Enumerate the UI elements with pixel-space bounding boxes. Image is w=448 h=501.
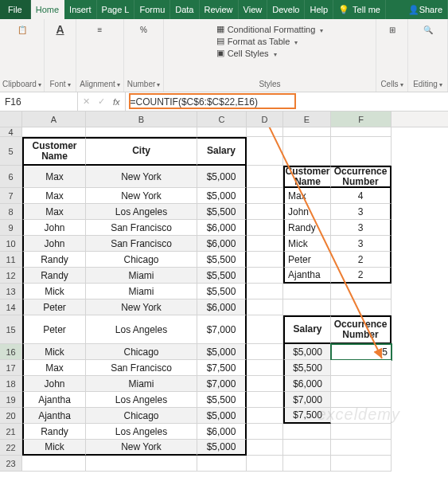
row-header-9[interactable]: 9 bbox=[0, 220, 22, 236]
cell[interactable]: John bbox=[22, 236, 86, 252]
row-header-6[interactable]: 6 bbox=[0, 166, 22, 188]
cell[interactable] bbox=[247, 440, 283, 456]
cell[interactable]: Chicago bbox=[86, 408, 197, 424]
cells-label[interactable]: Cells bbox=[380, 80, 403, 90]
cell[interactable]: Chicago bbox=[86, 344, 197, 360]
cell[interactable]: Mick bbox=[22, 344, 86, 360]
cell[interactable]: $5,000 bbox=[197, 408, 247, 424]
row-header-11[interactable]: 11 bbox=[0, 252, 22, 268]
col-C[interactable]: C bbox=[197, 112, 247, 127]
row-header-20[interactable]: 20 bbox=[0, 408, 22, 424]
cell[interactable] bbox=[247, 408, 283, 424]
row-header-17[interactable]: 17 bbox=[0, 360, 22, 376]
cell[interactable] bbox=[247, 188, 283, 204]
cell[interactable]: New York bbox=[86, 440, 197, 456]
cell[interactable]: Miami bbox=[86, 376, 197, 392]
row-header-14[interactable]: 14 bbox=[0, 299, 22, 315]
cell[interactable] bbox=[247, 456, 283, 472]
cell[interactable]: Los Angeles bbox=[86, 204, 197, 220]
cancel-icon[interactable]: ✕ bbox=[83, 96, 90, 107]
cell[interactable] bbox=[247, 315, 283, 344]
col-B[interactable]: B bbox=[86, 112, 197, 127]
cell[interactable]: $5,000 bbox=[197, 344, 247, 360]
row-header-4[interactable]: 4 bbox=[0, 127, 22, 137]
row-header-21[interactable]: 21 bbox=[0, 424, 22, 440]
cell[interactable] bbox=[247, 424, 283, 440]
cell[interactable]: San Francisco bbox=[86, 236, 197, 252]
tab-review[interactable]: Review bbox=[200, 0, 239, 19]
cell[interactable]: Salary bbox=[197, 137, 247, 166]
editing-button[interactable]: 🔍 bbox=[419, 21, 437, 40]
cell[interactable]: Miami bbox=[86, 284, 197, 299]
cell[interactable] bbox=[247, 299, 283, 315]
enter-icon[interactable]: ✓ bbox=[98, 96, 105, 107]
cell[interactable]: Max bbox=[22, 188, 86, 204]
cell[interactable]: Peter bbox=[22, 299, 86, 315]
alignment-label[interactable]: Alignment bbox=[80, 80, 119, 90]
cell[interactable] bbox=[197, 127, 247, 137]
cell[interactable]: $5,000 bbox=[283, 344, 331, 360]
cell[interactable]: $7,500 bbox=[283, 408, 331, 424]
cell[interactable]: $7,500 bbox=[197, 360, 247, 376]
cell[interactable]: Los Angeles bbox=[86, 315, 197, 344]
cell[interactable]: Occurrence Number bbox=[331, 315, 392, 344]
cell[interactable] bbox=[331, 440, 392, 456]
row-header-18[interactable]: 18 bbox=[0, 376, 22, 392]
cell[interactable] bbox=[331, 127, 392, 137]
cell[interactable]: Mick bbox=[22, 440, 86, 456]
name-box[interactable]: F16 bbox=[0, 92, 78, 111]
font-label[interactable]: Font bbox=[49, 80, 70, 90]
cell[interactable]: Peter bbox=[22, 315, 86, 344]
tab-help[interactable]: Help bbox=[305, 0, 333, 19]
cell[interactable]: John bbox=[22, 376, 86, 392]
cell[interactable] bbox=[331, 424, 392, 440]
cell[interactable]: San Francisco bbox=[86, 360, 197, 376]
row-header-8[interactable]: 8 bbox=[0, 204, 22, 220]
cell[interactable]: Randy bbox=[22, 252, 86, 268]
tab-data[interactable]: Data bbox=[170, 0, 199, 19]
cell[interactable]: $5,500 bbox=[197, 204, 247, 220]
share-button[interactable]: 👤 Share bbox=[403, 0, 448, 19]
select-all-corner[interactable] bbox=[0, 112, 22, 127]
tab-view[interactable]: View bbox=[239, 0, 268, 19]
cell[interactable]: Peter bbox=[283, 252, 331, 268]
cell[interactable]: Max bbox=[22, 204, 86, 220]
cell[interactable]: New York bbox=[86, 299, 197, 315]
cell[interactable]: $5,500 bbox=[197, 392, 247, 408]
col-F[interactable]: F bbox=[331, 112, 392, 127]
tell-me[interactable]: 💡Tell me bbox=[333, 0, 386, 19]
clipboard-label[interactable]: Clipboard bbox=[2, 80, 41, 90]
cell[interactable] bbox=[247, 376, 283, 392]
cell[interactable]: 4 bbox=[331, 188, 392, 204]
cell[interactable]: Mick bbox=[22, 284, 86, 299]
cell[interactable]: $6,000 bbox=[197, 424, 247, 440]
cell[interactable] bbox=[247, 127, 283, 137]
cell[interactable] bbox=[247, 360, 283, 376]
row-header-10[interactable]: 10 bbox=[0, 236, 22, 252]
editing-label[interactable]: Editing bbox=[413, 80, 442, 90]
cell[interactable]: $6,000 bbox=[197, 299, 247, 315]
cell[interactable]: Customer Name bbox=[22, 137, 86, 166]
row-header-15[interactable]: 15 bbox=[0, 315, 22, 344]
cell[interactable] bbox=[331, 376, 392, 392]
tab-developer[interactable]: Develo bbox=[267, 0, 305, 19]
number-button[interactable]: % bbox=[135, 21, 153, 40]
cell[interactable] bbox=[283, 299, 331, 315]
cell[interactable]: $6,000 bbox=[197, 220, 247, 236]
cell[interactable] bbox=[331, 284, 392, 299]
cell[interactable]: New York bbox=[86, 166, 197, 188]
cell[interactable] bbox=[283, 284, 331, 299]
cell[interactable]: $7,000 bbox=[283, 392, 331, 408]
cell[interactable]: 3 bbox=[331, 204, 392, 220]
cell[interactable] bbox=[197, 456, 247, 472]
row-header-23[interactable]: 23 bbox=[0, 456, 22, 472]
cell[interactable]: $5,000 bbox=[197, 188, 247, 204]
cell[interactable] bbox=[247, 236, 283, 252]
cell[interactable] bbox=[331, 137, 392, 166]
cell[interactable]: Max bbox=[22, 166, 86, 188]
col-D[interactable]: D bbox=[247, 112, 283, 127]
row-header-12[interactable]: 12 bbox=[0, 268, 22, 284]
col-A[interactable]: A bbox=[22, 112, 86, 127]
paste-button[interactable]: 📋 bbox=[14, 21, 31, 40]
cell[interactable] bbox=[331, 360, 392, 376]
